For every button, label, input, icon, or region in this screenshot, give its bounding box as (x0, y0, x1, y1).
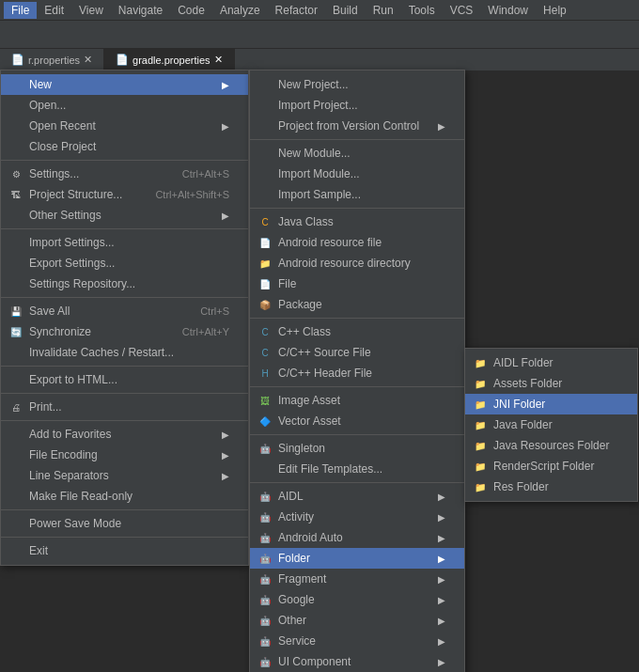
new-module[interactable]: New Module... (250, 143, 464, 164)
menu-file[interactable]: File (4, 2, 37, 19)
menu-item-print[interactable]: 🖨 Print... (1, 397, 248, 417)
separator (1, 297, 248, 298)
android-resource-dir-icon: 📁 (257, 256, 273, 271)
menu-window[interactable]: Window (480, 2, 536, 19)
import-sample[interactable]: Import Sample... (250, 184, 464, 205)
package-icon: 📦 (257, 297, 273, 312)
vector-asset-icon: 🔷 (257, 414, 273, 429)
java-folder[interactable]: 📁 Java Folder (465, 414, 637, 435)
menu-item-other-settings[interactable]: Other Settings ▶ (1, 205, 248, 226)
menu-item-export-settings[interactable]: Export Settings... (1, 253, 248, 273)
menu-item-import-settings[interactable]: Import Settings... (1, 232, 248, 253)
menu-item-invalidate-caches[interactable]: Invalidate Caches / Restart... (1, 342, 248, 363)
activity[interactable]: 🤖 Activity ▶ (250, 507, 464, 527)
menu-item-file-encoding[interactable]: File Encoding ▶ (1, 445, 248, 465)
main-content: 📄 r.properties ✕ 📄 gradle.properties ✕ n… (0, 49, 639, 672)
menu-item-settings-repo[interactable]: Settings Repository... (1, 273, 248, 294)
menu-run[interactable]: Run (366, 2, 401, 19)
package-item[interactable]: 📦 Package (250, 294, 464, 315)
google-icon: 🤖 (257, 592, 273, 607)
image-asset[interactable]: 🖼 Image Asset (250, 390, 464, 411)
service[interactable]: 🤖 Service ▶ (250, 631, 464, 651)
file-icon: 📄 (257, 276, 273, 291)
android-resource-dir[interactable]: 📁 Android resource directory (250, 253, 464, 273)
menu-vcs[interactable]: VCS (443, 2, 481, 19)
menu-analyze[interactable]: Analyze (212, 2, 268, 19)
ui-component[interactable]: 🤖 UI Component ▶ (250, 651, 464, 672)
menu-tools[interactable]: Tools (401, 2, 443, 19)
open-recent-icon (8, 118, 23, 133)
menu-refactor[interactable]: Refactor (268, 2, 325, 19)
singleton[interactable]: 🤖 Singleton (250, 438, 464, 459)
fragment[interactable]: 🤖 Fragment ▶ (250, 569, 464, 589)
new-project[interactable]: New Project... (250, 74, 464, 95)
other-icon: 🤖 (257, 613, 273, 628)
other[interactable]: 🤖 Other ▶ (250, 610, 464, 631)
menu-item-make-readonly[interactable]: Make File Read-only (1, 486, 248, 507)
file-item[interactable]: 📄 File (250, 273, 464, 294)
vector-asset[interactable]: 🔷 Vector Asset (250, 411, 464, 431)
folder[interactable]: 🤖 Folder ▶ (250, 548, 464, 569)
menu-item-settings[interactable]: ⚙ Settings... Ctrl+Alt+S (1, 164, 248, 184)
menu-help[interactable]: Help (536, 2, 574, 19)
res-folder[interactable]: 📁 Res Folder (465, 477, 637, 497)
menu-item-add-favorites[interactable]: Add to Favorites ▶ (1, 424, 248, 445)
cpp-header[interactable]: H C/C++ Header File (250, 363, 464, 383)
cpp-source[interactable]: C C/C++ Source File (250, 342, 464, 363)
google[interactable]: 🤖 Google ▶ (250, 589, 464, 610)
tab-r-properties[interactable]: 📄 r.properties ✕ (0, 49, 104, 70)
menubar: File Edit View Navigate Code Analyze Ref… (0, 0, 639, 21)
menu-item-project-structure[interactable]: 🏗 Project Structure... Ctrl+Alt+Shift+S (1, 184, 248, 205)
java-class-icon: C (257, 214, 273, 229)
jni-folder[interactable]: 📁 JNI Folder (465, 394, 637, 414)
import-project[interactable]: Import Project... (250, 95, 464, 116)
menu-build[interactable]: Build (325, 2, 366, 19)
java-resources-folder-icon: 📁 (473, 438, 488, 453)
folder-icon: 🤖 (257, 551, 273, 566)
res-folder-icon: 📁 (473, 479, 488, 494)
menu-item-export-html[interactable]: Export to HTML... (1, 369, 248, 390)
menu-item-open[interactable]: Open... (1, 95, 248, 116)
cpp-header-icon: H (257, 366, 273, 381)
cpp-class-icon: C (257, 324, 273, 339)
cpp-class[interactable]: C C++ Class (250, 321, 464, 342)
assets-folder-icon: 📁 (473, 376, 488, 391)
java-class[interactable]: C Java Class (250, 211, 464, 232)
menu-item-close-project[interactable]: Close Project (1, 136, 248, 157)
android-auto-icon: 🤖 (257, 530, 273, 545)
menu-item-line-separators[interactable]: Line Separators ▶ (1, 465, 248, 486)
open-icon (8, 98, 23, 113)
menu-item-save-all[interactable]: 💾 Save All Ctrl+S (1, 301, 248, 321)
service-icon: 🤖 (257, 633, 273, 649)
aidl-folder[interactable]: 📁 AIDL Folder (465, 352, 637, 373)
aidl[interactable]: 🤖 AIDL ▶ (250, 486, 464, 507)
android-auto[interactable]: 🤖 Android Auto ▶ (250, 527, 464, 548)
android-resource-file[interactable]: 📄 Android resource file (250, 232, 464, 253)
project-from-vcs[interactable]: Project from Version Control ▶ (250, 116, 464, 136)
menu-view[interactable]: View (71, 2, 111, 19)
aidl-folder-icon: 📁 (473, 355, 488, 370)
java-resources-folder[interactable]: 📁 Java Resources Folder (465, 435, 637, 456)
separator (1, 366, 248, 367)
menu-item-new[interactable]: New ▶ (1, 74, 248, 95)
renderscript-folder[interactable]: 📁 RenderScript Folder (465, 456, 637, 477)
new-icon (8, 77, 23, 92)
menu-item-power-save[interactable]: Power Save Mode (1, 513, 248, 534)
import-module[interactable]: Import Module... (250, 164, 464, 184)
tab-gradle-properties[interactable]: 📄 gradle.properties ✕ (104, 49, 235, 70)
menu-item-synchronize[interactable]: 🔄 Synchronize Ctrl+Alt+Y (1, 321, 248, 342)
edit-file-templates[interactable]: Edit File Templates... (250, 459, 464, 479)
new-submenu: New Project... Import Project... Project… (249, 70, 465, 672)
renderscript-folder-icon: 📁 (473, 459, 488, 474)
separator (1, 160, 248, 161)
jni-folder-icon: 📁 (473, 397, 488, 412)
assets-folder[interactable]: 📁 Assets Folder (465, 373, 637, 394)
menu-code[interactable]: Code (170, 2, 212, 19)
menu-navigate[interactable]: Navigate (111, 2, 170, 19)
toolbar (0, 21, 639, 49)
menu-edit[interactable]: Edit (37, 2, 71, 19)
menu-item-open-recent[interactable]: Open Recent ▶ (1, 116, 248, 136)
fragment-icon: 🤖 (257, 571, 273, 586)
separator (1, 509, 248, 510)
menu-item-exit[interactable]: Exit (1, 540, 248, 561)
